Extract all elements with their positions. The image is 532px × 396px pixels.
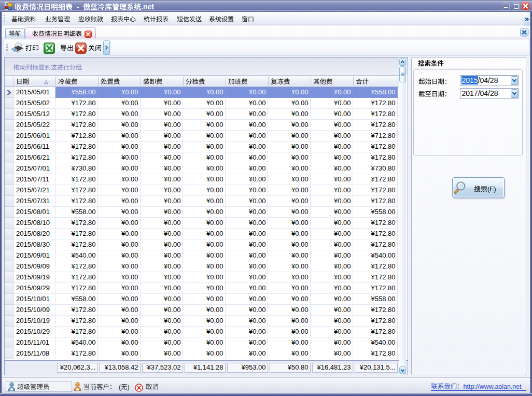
svg-text:http://www.aolan.net: http://www.aolan.net xyxy=(464,383,522,390)
svg-text:): ) xyxy=(128,383,130,390)
svg-text:(: ( xyxy=(119,383,121,390)
svg-text:(F): (F) xyxy=(487,185,496,193)
svg-text:-: - xyxy=(73,3,83,11)
svg-text:.net: .net xyxy=(141,3,154,11)
